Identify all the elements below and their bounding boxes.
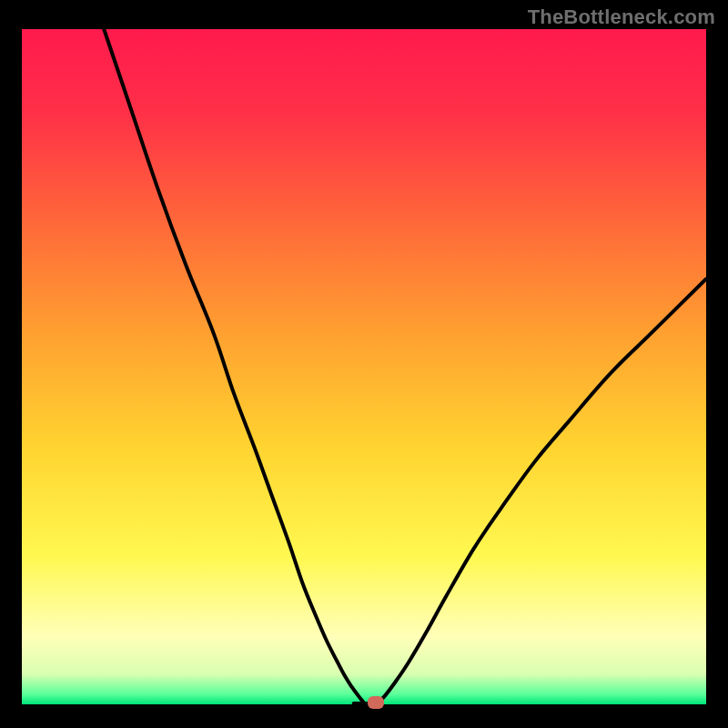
watermark-label: TheBottleneck.com bbox=[528, 5, 715, 29]
curve-left-branch bbox=[104, 29, 364, 703]
optimum-marker bbox=[368, 696, 384, 709]
curve-right-branch bbox=[378, 279, 706, 703]
bottleneck-curve bbox=[22, 29, 706, 704]
chart-frame: TheBottleneck.com bbox=[0, 0, 728, 728]
plot-area bbox=[22, 29, 706, 704]
